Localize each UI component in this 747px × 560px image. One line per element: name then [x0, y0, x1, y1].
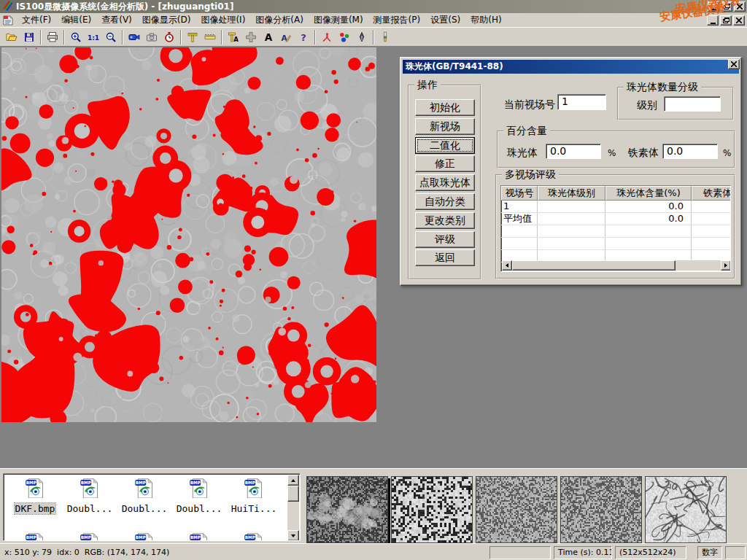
actual-size-tool-button[interactable]: 1:1: [85, 29, 102, 45]
table-header-2[interactable]: 珠光体级别: [538, 186, 605, 201]
file-name: Doubl...: [176, 503, 223, 514]
menu-item-5[interactable]: 图像处理(I): [196, 12, 250, 28]
table-cell: 平均值: [501, 213, 538, 225]
scroll-right-button[interactable]: [721, 260, 731, 271]
file-item[interactable]: BMPHuiTi...: [227, 478, 281, 515]
preview-thumbnail-3[interactable]: [476, 476, 557, 543]
table-h-scrollbar[interactable]: [502, 260, 731, 271]
menu-item-9[interactable]: 设置(S): [425, 12, 465, 28]
file-item[interactable]: BMPDoubl...: [63, 478, 117, 515]
restore-button[interactable]: [721, 1, 732, 12]
dialog-close-button[interactable]: [728, 59, 740, 69]
pearlite-percent-input[interactable]: 0.0: [546, 144, 601, 159]
file-item-partial[interactable]: BMP: [172, 532, 226, 541]
file-item[interactable]: BMPDKF.bmp: [8, 478, 62, 515]
menu-item-3[interactable]: 查看(V): [96, 12, 137, 28]
minimize-icon: [711, 23, 716, 24]
table-row[interactable]: 10.0: [501, 201, 730, 213]
op-button-9[interactable]: 返回: [415, 249, 475, 266]
caliper-tool-button[interactable]: [184, 29, 201, 45]
child-minimize-button[interactable]: [707, 15, 719, 26]
classify-tool-button[interactable]: [336, 29, 353, 45]
curve-tool-button[interactable]: [318, 29, 336, 45]
op-button-4[interactable]: 修正: [415, 155, 475, 172]
op-button-1[interactable]: 初始化: [415, 99, 475, 116]
text-tool-button[interactable]: A: [260, 29, 277, 45]
statusbar: x: 510 y: 79 idx: 0 RGB: (174, 174, 174)…: [0, 543, 747, 560]
zoom-out-tool-button[interactable]: [102, 29, 120, 45]
scrollbar-thumb[interactable]: [512, 260, 676, 271]
svg-text:BMP: BMP: [136, 535, 146, 540]
scrollbar-thumb[interactable]: [287, 486, 299, 502]
op-button-3[interactable]: 二值化: [415, 137, 475, 154]
table-header-4[interactable]: 铁素体含量(%): [692, 186, 731, 201]
toolbar-separator: [40, 30, 42, 44]
metallograph-image[interactable]: [1, 47, 376, 422]
menu-item-8[interactable]: 测量报告(P): [368, 12, 426, 28]
preview-thumbnail-4[interactable]: [560, 476, 642, 543]
brush-tool-button[interactable]: [376, 29, 394, 45]
move-tool-button[interactable]: [242, 29, 260, 45]
scroll-down-button[interactable]: [287, 530, 299, 541]
table-row[interactable]: [501, 225, 730, 238]
multi-view-group-label: 多视场评级: [502, 169, 559, 179]
menu-item-7[interactable]: 图像测量(M): [309, 12, 368, 28]
video-camera-tool-button[interactable]: [125, 29, 143, 45]
file-name: Doubl...: [66, 503, 114, 514]
menu-item-1[interactable]: 文件(F): [17, 12, 56, 28]
menu-item-2[interactable]: 编辑(E): [56, 12, 96, 28]
table-header-3[interactable]: 珠光体含量(%): [605, 186, 692, 201]
menu-item-10[interactable]: 帮助(H): [465, 12, 506, 28]
menu-item-6[interactable]: 图像分析(A): [250, 12, 309, 28]
op-button-8[interactable]: 评级: [415, 231, 475, 248]
save-tool-button[interactable]: [20, 29, 38, 45]
bmp-file-icon: BMP: [80, 478, 100, 498]
table-header-1[interactable]: 视场号: [501, 186, 538, 201]
dialog-titlebar[interactable]: 珠光体(GB/T9441-88): [403, 60, 739, 74]
zoom-in-tool-button[interactable]: [67, 29, 85, 45]
print-tool-button[interactable]: [44, 29, 61, 45]
child-restore-button[interactable]: [720, 15, 732, 26]
caliper-icon: [187, 31, 198, 43]
camera-tool-button[interactable]: [143, 29, 160, 45]
open-tool-button[interactable]: [3, 29, 20, 45]
table-row[interactable]: 平均值0.0: [501, 213, 730, 225]
file-item-partial[interactable]: BMP: [63, 532, 117, 541]
arrow-left-icon: [506, 263, 508, 268]
op-button-7[interactable]: 更改类别: [415, 212, 475, 229]
pen-tool-button[interactable]: [353, 29, 371, 45]
close-button[interactable]: [734, 1, 746, 12]
file-item-partial[interactable]: BMP: [117, 532, 171, 541]
op-button-5[interactable]: 点取珠光体: [415, 174, 475, 191]
file-item[interactable]: BMPDoubl...: [117, 478, 171, 515]
preview-thumbnail-2[interactable]: [391, 476, 473, 543]
restore-icon: [724, 4, 730, 9]
timer-tool-button[interactable]: [160, 29, 178, 45]
table-row[interactable]: [501, 238, 730, 250]
current-view-input[interactable]: 1: [557, 94, 606, 110]
ruler-tool-button[interactable]: [201, 29, 219, 45]
toolbar-separator: [314, 30, 316, 44]
table-cell: [538, 238, 605, 249]
table-cell: [501, 238, 538, 249]
file-item-partial[interactable]: BMP: [227, 532, 281, 541]
op-button-6[interactable]: 自动分类: [415, 193, 475, 210]
move-icon: [245, 31, 257, 43]
file-list-scrollbar[interactable]: [287, 475, 299, 541]
scroll-left-button[interactable]: [502, 260, 512, 271]
scroll-up-button[interactable]: [287, 475, 299, 486]
file-item-partial[interactable]: BMP: [8, 532, 62, 541]
menu-item-4[interactable]: 图像显示(D): [137, 12, 196, 28]
actual-size-icon: 1:1: [88, 31, 99, 43]
ferrite-percent-input[interactable]: 0.0: [662, 144, 718, 159]
file-item[interactable]: BMPDoubl...: [172, 478, 226, 515]
grade-input[interactable]: [664, 96, 721, 112]
help-tool-button[interactable]: ?: [295, 29, 312, 45]
preview-thumbnail-5[interactable]: [645, 476, 727, 543]
minimize-button[interactable]: [708, 1, 719, 12]
op-button-2[interactable]: 新视场: [415, 118, 475, 135]
annotate-tool-button[interactable]: A: [277, 29, 295, 45]
preview-thumbnail-1[interactable]: [306, 476, 388, 543]
measure-text-tool-button[interactable]: A: [225, 29, 242, 45]
child-close-button[interactable]: [733, 15, 745, 26]
